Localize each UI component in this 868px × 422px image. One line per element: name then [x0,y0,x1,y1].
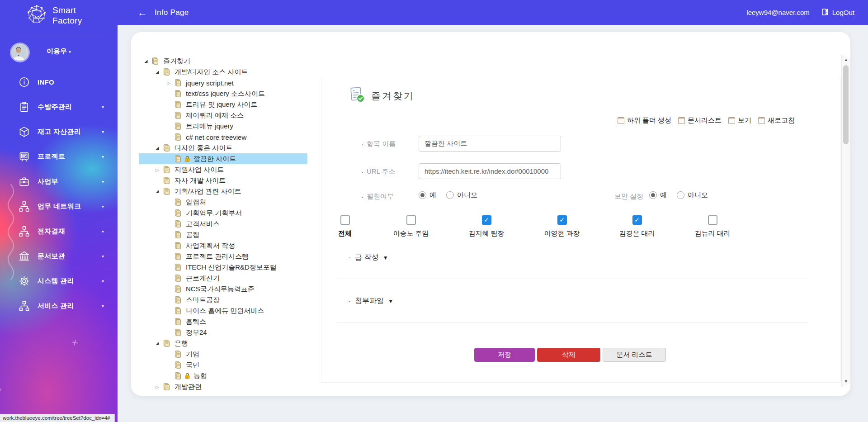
tree-item[interactable]: NCS국가직무능력표준 [139,284,307,294]
url-input[interactable] [419,163,561,179]
tree-item[interactable]: 자사 개발 사이트 [139,175,307,186]
tree-item[interactable]: ▷개발관련 [139,381,307,392]
tree-item[interactable]: 홈텍스 [139,316,307,327]
tree-item[interactable]: ◢은행 [139,338,307,349]
tree-item[interactable]: 곰캠 [139,229,307,240]
tree-item[interactable]: ▷지원사업 사이트 [139,164,307,175]
tree-item[interactable]: 사업계획서 작성 [139,240,307,251]
tree-item[interactable]: 프로젝트 관리시스템 [139,251,307,262]
tree-item[interactable]: 나이스 홈에듀 민원서비스 [139,305,307,316]
radio-label: 예 [660,191,667,199]
sidebar-item-inventory[interactable]: 재고 자산관리▾ [0,119,118,144]
tree-item[interactable]: 정부24 [139,327,307,338]
decorative-chevron: › [0,381,2,396]
tree-item[interactable]: text/css jquery 소스사이트 [139,88,307,99]
tree-item-label: 제이쿼리 예제 소스 [186,111,244,120]
expand-arrow-icon[interactable]: ◢ [152,341,162,346]
vertical-scrollbar[interactable]: ▲ ▼ [841,55,850,387]
security-radio-no[interactable]: 아니오 [677,191,708,199]
tree-item-label: 국민 [186,361,199,370]
board-icon [18,151,30,163]
tree-item[interactable]: ◢개발/디자인 소스 사이트 [139,66,307,77]
tree-item[interactable]: ◢즐겨찾기 [139,56,307,66]
delete-button[interactable]: 삭제 [537,348,600,362]
expand-radio-no[interactable]: 아니오 [446,191,477,199]
tree-item[interactable]: 농협 [139,370,307,381]
tree-item[interactable]: 기획업무,기획부서 [139,208,307,218]
logout-button[interactable]: LogOut [821,8,854,17]
expand-arrow-icon[interactable]: ▷ [152,167,162,172]
tree-item[interactable]: 고객서비스 [139,218,307,229]
doc-list-button[interactable]: 문서 리스트 [603,348,666,362]
radio-circle[interactable] [649,191,657,199]
scroll-up-icon[interactable]: ▲ [842,57,850,62]
member-checkbox[interactable]: ✓ [482,215,491,225]
radio-circle[interactable] [677,191,684,199]
action-create-subfolder[interactable]: 하위 폴더 생성 [618,116,671,125]
user-menu[interactable]: 이용우▾ [0,47,118,56]
tree-item-selected[interactable]: 깔끔한 사이트 [139,153,307,164]
tree-item[interactable]: 국민 [139,360,307,370]
url-field-label: · URL 주소 [361,167,396,176]
user-email: leeyw94@naver.com [746,9,809,16]
clipboard-icon [18,101,30,113]
tree-item-label: 즐겨찾기 [163,57,190,66]
section-write[interactable]: · 글 작성 ▼ [349,253,388,262]
member-checkbox[interactable] [340,215,350,225]
sidebar-item-label: 수발주관리 [38,103,72,111]
folder-icon [174,111,184,119]
window-icon [728,117,735,124]
expand-arrow-icon[interactable]: ◢ [152,189,162,194]
scroll-down-icon[interactable]: ▼ [842,379,850,384]
member-checkbox[interactable] [708,215,717,225]
radio-label: 아니오 [688,191,708,199]
bullet: · [361,140,363,148]
back-arrow-icon[interactable]: ← [137,8,147,18]
member-checkbox[interactable]: ✓ [632,215,642,225]
folder-icon [174,133,184,141]
tree-item[interactable]: 스마트공장 [139,294,307,305]
tree-item[interactable]: ◢디자인 좋은 사이트 [139,142,307,153]
bookmark-tree: ◢즐겨찾기◢개발/디자인 소스 사이트▷jquery script.nettex… [139,56,307,392]
tree-item[interactable]: ▷jquery script.net [139,77,307,88]
sidebar-item-service[interactable]: 서비스 관리▾ [0,294,118,318]
section-attachments[interactable]: · 첨부파일 ▼ [349,296,393,306]
sidebar-item-info[interactable]: INFO [0,70,118,95]
topbar-right: leeyw94@naver.com LogOut [746,8,854,17]
action-doc-list[interactable]: 문서리스트 [678,116,722,125]
expand-arrow-icon[interactable]: ◢ [152,70,162,74]
radio-circle[interactable] [446,191,454,199]
name-input[interactable] [419,136,561,152]
save-button[interactable]: 저장 [474,348,535,362]
folder-icon [174,122,184,130]
tree-item[interactable]: 트리메뉴 jquery [139,121,307,132]
member-checkbox[interactable]: ✓ [557,215,567,225]
sidebar-item-suborder[interactable]: 수발주관리▾ [0,95,118,119]
tree-item[interactable]: 기업 [139,349,307,360]
sidebar-item-project[interactable]: 프로젝트▾ [0,144,118,169]
tree-item[interactable]: c# net core treeview [139,132,307,142]
chevron-down-icon: ▾ [102,129,104,134]
member-checkbox[interactable] [406,215,416,225]
tree-item[interactable]: ITECH 산업기술R&D정보포털 [139,262,307,273]
folder-icon [162,68,173,76]
radio-circle[interactable] [419,191,426,199]
expand-arrow-icon[interactable]: ▷ [152,384,162,389]
action-refresh[interactable]: 새로고침 [758,116,795,125]
scrollbar-thumb[interactable] [843,65,849,144]
expand-arrow-icon[interactable]: ◢ [152,146,162,150]
tree-item-label: c# net core treeview [186,133,246,141]
tree-item[interactable]: 제이쿼리 예제 소스 [139,110,307,121]
sidebar-item-label: 서비스 관리 [38,302,74,310]
tree-item[interactable]: ◢기획/사업 관련 사이트 [139,186,307,197]
tree-item-label: 자사 개발 사이트 [175,176,226,185]
tree-item[interactable]: 알캡처 [139,197,307,208]
security-radio-yes[interactable]: 예 [649,191,667,199]
action-view[interactable]: 보기 [728,116,751,125]
tree-item[interactable]: 트리뷰 및 jquery 사이트 [139,99,307,110]
expand-radio-yes[interactable]: 예 [419,191,436,199]
expand-arrow-icon[interactable]: ◢ [141,59,151,63]
sidebar-item-label: 문서보관 [38,252,65,261]
tree-item[interactable]: 근로계산기 [139,273,307,284]
expand-arrow-icon[interactable]: ▷ [164,81,174,85]
